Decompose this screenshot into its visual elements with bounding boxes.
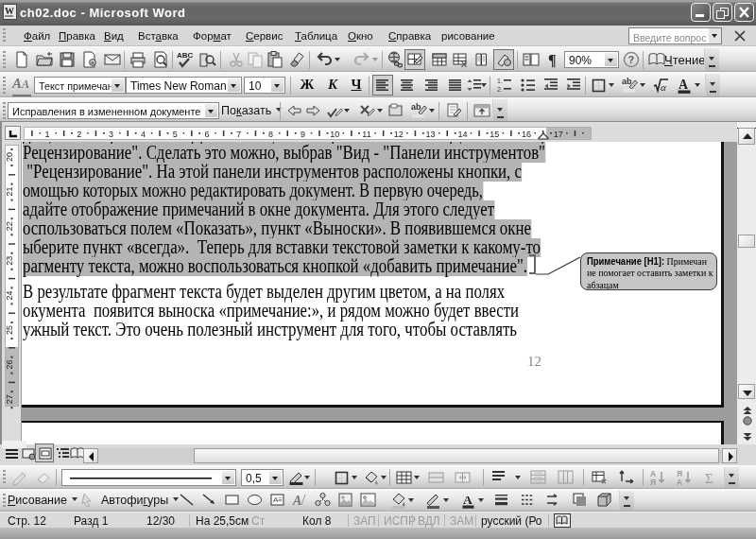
svg-text:27: 27 [5, 394, 14, 404]
svg-text:ABC: ABC [177, 51, 194, 60]
svg-text:¶: ¶ [548, 52, 557, 68]
svg-text:26: 26 [5, 360, 14, 370]
svg-text:1.: 1. [497, 78, 503, 84]
svg-text:2.: 2. [497, 86, 503, 93]
svg-text:A: A [679, 78, 689, 92]
svg-text:А≡: А≡ [273, 496, 283, 504]
svg-text:A: A [292, 494, 301, 508]
svg-text:Я: Я [650, 478, 656, 487]
svg-text:?: ? [628, 54, 635, 65]
svg-text:α: α [661, 81, 666, 93]
svg-text:Σ: Σ [705, 471, 713, 486]
svg-text:А: А [677, 478, 682, 487]
svg-text:X: X [461, 60, 467, 69]
svg-text:25: 25 [5, 325, 14, 335]
svg-text:ab: ab [622, 77, 632, 86]
svg-text:A: A [463, 493, 472, 507]
svg-text:ab: ab [411, 102, 421, 112]
